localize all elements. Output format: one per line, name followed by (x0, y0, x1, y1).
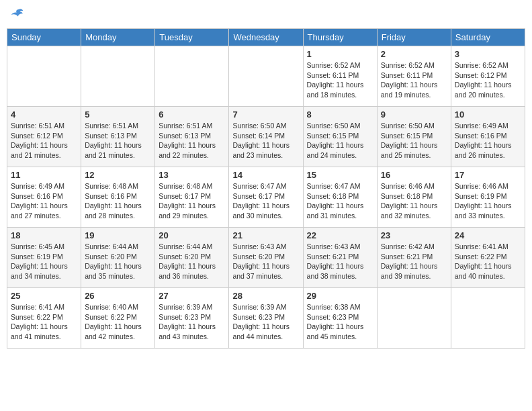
day-info: Sunrise: 6:46 AM Sunset: 6:18 PM Dayligh… (381, 182, 438, 220)
calendar-cell (451, 288, 525, 349)
day-number: 24 (455, 230, 521, 240)
day-number: 14 (232, 170, 299, 180)
calendar-week-row: 18Sunrise: 6:45 AM Sunset: 6:19 PM Dayli… (7, 228, 525, 288)
calendar-cell: 25Sunrise: 6:41 AM Sunset: 6:22 PM Dayli… (7, 288, 81, 349)
calendar-week-row: 25Sunrise: 6:41 AM Sunset: 6:22 PM Dayli… (7, 288, 525, 349)
day-info: Sunrise: 6:50 AM Sunset: 6:14 PM Dayligh… (232, 122, 290, 159)
day-number: 28 (232, 291, 299, 301)
calendar-header-monday: Monday (81, 29, 155, 46)
day-number: 3 (455, 49, 521, 59)
calendar-cell: 6Sunrise: 6:51 AM Sunset: 6:13 PM Daylig… (155, 107, 229, 167)
calendar-cell: 14Sunrise: 6:47 AM Sunset: 6:17 PM Dayli… (229, 167, 303, 228)
day-number: 26 (85, 291, 151, 301)
day-info: Sunrise: 6:52 AM Sunset: 6:11 PM Dayligh… (307, 61, 364, 99)
calendar-cell: 23Sunrise: 6:42 AM Sunset: 6:21 PM Dayli… (377, 228, 451, 288)
day-info: Sunrise: 6:50 AM Sunset: 6:15 PM Dayligh… (307, 122, 364, 159)
calendar-cell: 15Sunrise: 6:47 AM Sunset: 6:18 PM Dayli… (303, 167, 377, 228)
page-header (7, 7, 525, 23)
calendar-cell (155, 46, 229, 107)
calendar-cell: 7Sunrise: 6:50 AM Sunset: 6:14 PM Daylig… (229, 107, 303, 167)
day-number: 13 (159, 170, 225, 180)
day-number: 17 (455, 170, 521, 180)
calendar-cell: 19Sunrise: 6:44 AM Sunset: 6:20 PM Dayli… (81, 228, 155, 288)
day-info: Sunrise: 6:45 AM Sunset: 6:19 PM Dayligh… (11, 242, 68, 280)
day-number: 2 (381, 49, 447, 59)
calendar-cell: 10Sunrise: 6:49 AM Sunset: 6:16 PM Dayli… (451, 107, 525, 167)
calendar-cell: 1Sunrise: 6:52 AM Sunset: 6:11 PM Daylig… (303, 46, 377, 107)
day-info: Sunrise: 6:40 AM Sunset: 6:22 PM Dayligh… (85, 303, 142, 340)
day-number: 9 (381, 109, 447, 120)
calendar-week-row: 4Sunrise: 6:51 AM Sunset: 6:12 PM Daylig… (7, 107, 525, 167)
day-info: Sunrise: 6:44 AM Sunset: 6:20 PM Dayligh… (159, 242, 216, 280)
calendar-header-saturday: Saturday (451, 29, 525, 46)
day-info: Sunrise: 6:48 AM Sunset: 6:17 PM Dayligh… (159, 182, 216, 220)
logo-bird-icon (8, 7, 24, 23)
day-info: Sunrise: 6:41 AM Sunset: 6:22 PM Dayligh… (455, 242, 512, 280)
day-info: Sunrise: 6:43 AM Sunset: 6:21 PM Dayligh… (307, 242, 364, 280)
day-number: 10 (455, 109, 521, 120)
day-number: 15 (307, 170, 373, 180)
calendar-cell: 24Sunrise: 6:41 AM Sunset: 6:22 PM Dayli… (451, 228, 525, 288)
calendar-header-sunday: Sunday (7, 29, 81, 46)
calendar-cell: 27Sunrise: 6:39 AM Sunset: 6:23 PM Dayli… (155, 288, 229, 349)
day-info: Sunrise: 6:47 AM Sunset: 6:17 PM Dayligh… (232, 182, 290, 220)
day-number: 1 (307, 49, 373, 59)
calendar-header-tuesday: Tuesday (155, 29, 229, 46)
day-number: 11 (11, 170, 77, 180)
calendar-cell: 28Sunrise: 6:39 AM Sunset: 6:23 PM Dayli… (229, 288, 303, 349)
day-info: Sunrise: 6:41 AM Sunset: 6:22 PM Dayligh… (11, 303, 68, 340)
logo (7, 7, 24, 23)
calendar-cell: 18Sunrise: 6:45 AM Sunset: 6:19 PM Dayli… (7, 228, 81, 288)
calendar-cell: 9Sunrise: 6:50 AM Sunset: 6:15 PM Daylig… (377, 107, 451, 167)
day-number: 27 (159, 291, 225, 301)
day-number: 5 (85, 109, 151, 120)
day-number: 19 (85, 230, 151, 240)
calendar-cell: 21Sunrise: 6:43 AM Sunset: 6:20 PM Dayli… (229, 228, 303, 288)
day-info: Sunrise: 6:42 AM Sunset: 6:21 PM Dayligh… (381, 242, 438, 280)
day-info: Sunrise: 6:52 AM Sunset: 6:12 PM Dayligh… (455, 61, 512, 99)
day-number: 7 (232, 109, 299, 120)
calendar-cell: 26Sunrise: 6:40 AM Sunset: 6:22 PM Dayli… (81, 288, 155, 349)
day-number: 8 (307, 109, 373, 120)
day-number: 12 (85, 170, 151, 180)
calendar-cell: 17Sunrise: 6:46 AM Sunset: 6:19 PM Dayli… (451, 167, 525, 228)
calendar-cell: 29Sunrise: 6:38 AM Sunset: 6:23 PM Dayli… (303, 288, 377, 349)
calendar-cell: 16Sunrise: 6:46 AM Sunset: 6:18 PM Dayli… (377, 167, 451, 228)
calendar-cell: 22Sunrise: 6:43 AM Sunset: 6:21 PM Dayli… (303, 228, 377, 288)
day-info: Sunrise: 6:38 AM Sunset: 6:23 PM Dayligh… (307, 303, 364, 340)
calendar-header-friday: Friday (377, 29, 451, 46)
calendar-cell: 3Sunrise: 6:52 AM Sunset: 6:12 PM Daylig… (451, 46, 525, 107)
calendar-cell: 20Sunrise: 6:44 AM Sunset: 6:20 PM Dayli… (155, 228, 229, 288)
day-info: Sunrise: 6:51 AM Sunset: 6:13 PM Dayligh… (159, 122, 216, 159)
day-info: Sunrise: 6:43 AM Sunset: 6:20 PM Dayligh… (232, 242, 290, 280)
day-info: Sunrise: 6:39 AM Sunset: 6:23 PM Dayligh… (159, 303, 216, 340)
day-number: 16 (381, 170, 447, 180)
day-info: Sunrise: 6:47 AM Sunset: 6:18 PM Dayligh… (307, 182, 364, 220)
calendar-cell: 5Sunrise: 6:51 AM Sunset: 6:13 PM Daylig… (81, 107, 155, 167)
calendar-cell (81, 46, 155, 107)
calendar-header-wednesday: Wednesday (229, 29, 303, 46)
calendar-header-row: SundayMondayTuesdayWednesdayThursdayFrid… (7, 29, 525, 46)
day-info: Sunrise: 6:44 AM Sunset: 6:20 PM Dayligh… (85, 242, 142, 280)
day-info: Sunrise: 6:46 AM Sunset: 6:19 PM Dayligh… (455, 182, 512, 220)
day-info: Sunrise: 6:51 AM Sunset: 6:13 PM Dayligh… (85, 122, 142, 159)
calendar-week-row: 11Sunrise: 6:49 AM Sunset: 6:16 PM Dayli… (7, 167, 525, 228)
day-number: 18 (11, 230, 77, 240)
day-number: 6 (159, 109, 225, 120)
day-number: 25 (11, 291, 77, 301)
calendar-cell: 2Sunrise: 6:52 AM Sunset: 6:11 PM Daylig… (377, 46, 451, 107)
day-info: Sunrise: 6:49 AM Sunset: 6:16 PM Dayligh… (11, 182, 68, 220)
calendar-cell: 8Sunrise: 6:50 AM Sunset: 6:15 PM Daylig… (303, 107, 377, 167)
calendar-cell (377, 288, 451, 349)
calendar-cell: 11Sunrise: 6:49 AM Sunset: 6:16 PM Dayli… (7, 167, 81, 228)
day-number: 20 (159, 230, 225, 240)
calendar-cell (7, 46, 81, 107)
calendar-table: SundayMondayTuesdayWednesdayThursdayFrid… (7, 28, 525, 349)
day-number: 22 (307, 230, 373, 240)
day-info: Sunrise: 6:51 AM Sunset: 6:12 PM Dayligh… (11, 122, 68, 159)
day-info: Sunrise: 6:52 AM Sunset: 6:11 PM Dayligh… (381, 61, 438, 99)
calendar-cell: 4Sunrise: 6:51 AM Sunset: 6:12 PM Daylig… (7, 107, 81, 167)
day-info: Sunrise: 6:50 AM Sunset: 6:15 PM Dayligh… (381, 122, 438, 159)
calendar-header-thursday: Thursday (303, 29, 377, 46)
day-info: Sunrise: 6:39 AM Sunset: 6:23 PM Dayligh… (232, 303, 290, 340)
